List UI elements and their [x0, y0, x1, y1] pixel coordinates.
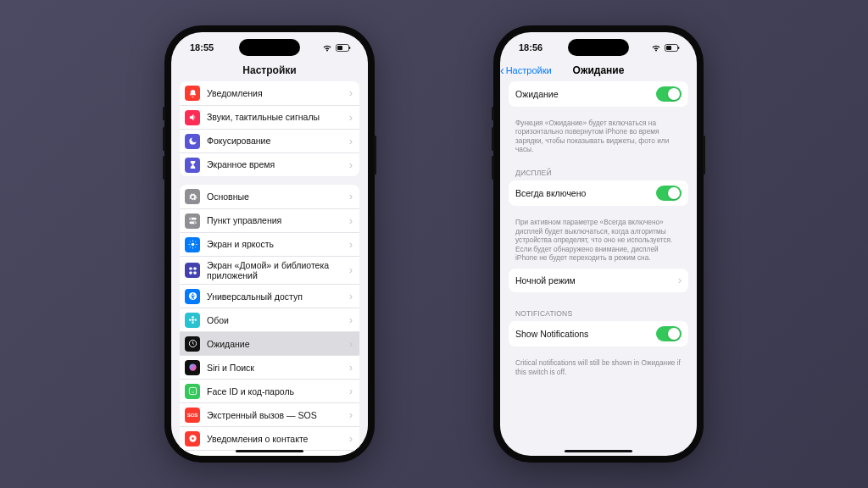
settings-group: Show Notifications: [509, 321, 688, 347]
nav-bar: ‹ Настройки Ожидание: [500, 63, 697, 81]
row-label: Всегда включено: [515, 188, 649, 198]
battery-icon: [665, 44, 680, 52]
chevron-right-icon: ›: [349, 362, 353, 374]
back-label: Настройки: [506, 65, 552, 75]
section-header: ДИСПЛЕЙ: [509, 160, 688, 180]
svg-point-23: [192, 316, 194, 319]
settings-group: Ночной режим›: [509, 269, 688, 292]
settings-row-sos[interactable]: SOSЭкстренный вызов — SOS›: [180, 402, 359, 426]
mute-switch: [163, 107, 165, 120]
row-label: Уведомления: [207, 88, 342, 98]
bell-icon: [185, 86, 200, 101]
row-label: Пункт управления: [207, 215, 342, 225]
chevron-right-icon: ›: [349, 215, 353, 227]
settings-row[interactable]: Всегда включено: [509, 180, 688, 206]
row-label: Siri и Поиск: [207, 363, 342, 373]
toggle-switch[interactable]: [656, 326, 682, 341]
settings-row[interactable]: Ожидание: [509, 81, 688, 107]
hourglass-icon: [185, 158, 200, 173]
row-label: Show Notifications: [515, 329, 649, 339]
phone-left: 18:55 Настройки Уведомления›Звуки, такти…: [164, 25, 375, 463]
svg-line-12: [189, 241, 190, 242]
settings-group: Основные›Пункт управления›Экран и яркост…: [180, 185, 359, 456]
contact-icon: [185, 431, 200, 446]
svg-point-22: [192, 319, 194, 321]
power-button: [703, 136, 705, 175]
faceid-icon: [185, 384, 200, 399]
row-label: Фокусирование: [207, 136, 342, 146]
chevron-right-icon: ›: [349, 409, 353, 421]
row-label: Основные: [207, 191, 342, 202]
settings-row-siri[interactable]: Siri и Поиск›: [180, 355, 359, 379]
svg-point-26: [194, 319, 197, 321]
settings-row-bell[interactable]: Уведомления›: [180, 81, 359, 105]
svg-rect-38: [678, 47, 679, 49]
chevron-right-icon: ›: [349, 191, 353, 202]
svg-point-30: [191, 390, 192, 391]
volume-up: [163, 127, 165, 151]
gear-icon: [185, 189, 200, 204]
phone-right: 18:56 ‹ Настройки Ожидание ОжиданиеФункц…: [493, 25, 704, 463]
settings-row-faceid[interactable]: Face ID и код-пароль›: [180, 379, 359, 402]
svg-point-4: [190, 218, 192, 219]
clock: 18:56: [519, 42, 542, 53]
svg-line-15: [195, 241, 196, 242]
svg-line-13: [195, 247, 196, 247]
row-label: Экранное время: [207, 159, 342, 169]
settings-group: Всегда включено: [509, 180, 688, 206]
svg-rect-19: [193, 271, 196, 274]
settings-row-grid[interactable]: Экран «Домой» и библиотека приложений›: [180, 256, 359, 284]
toggle-switch[interactable]: [656, 86, 682, 102]
status-icons: [322, 44, 351, 52]
chevron-left-icon: ‹: [500, 64, 504, 76]
row-label: Экран и яркость: [207, 239, 342, 249]
section-footer: При активном параметре «Всегда включено»…: [509, 214, 688, 269]
svg-line-14: [189, 247, 190, 247]
screen-standby: 18:56 ‹ Настройки Ожидание ОжиданиеФункц…: [500, 32, 697, 456]
settings-row-access[interactable]: Универсальный доступ›: [180, 284, 359, 308]
home-indicator: [236, 450, 303, 452]
settings-row-contact[interactable]: Уведомления о контакте›: [180, 426, 359, 450]
row-label: Экран «Домой» и библиотека приложений: [207, 260, 342, 280]
settings-row[interactable]: Show Notifications: [509, 321, 688, 347]
svg-rect-37: [666, 46, 671, 50]
row-label: Ожидание: [207, 339, 342, 349]
battery-icon: [336, 44, 351, 52]
settings-row[interactable]: Ночной режим›: [509, 269, 688, 292]
dynamic-island: [239, 39, 300, 56]
row-label: Face ID и код-пароль: [207, 386, 342, 396]
settings-row-gear[interactable]: Основные›: [180, 185, 359, 208]
svg-rect-17: [193, 267, 196, 269]
status-icons: [651, 44, 680, 52]
settings-row-sound[interactable]: Звуки, тактильные сигналы›: [180, 105, 359, 129]
svg-point-25: [188, 319, 191, 321]
svg-point-21: [192, 293, 193, 295]
grid-icon: [185, 263, 200, 278]
settings-row-brightness[interactable]: Экран и яркость›: [180, 232, 359, 256]
svg-rect-29: [189, 388, 196, 395]
svg-point-24: [192, 321, 194, 324]
settings-row-moon[interactable]: Фокусирование›: [180, 129, 359, 152]
mute-switch: [492, 107, 494, 120]
chevron-right-icon: ›: [349, 264, 353, 276]
settings-row-hourglass[interactable]: Экранное время›: [180, 152, 359, 176]
settings-row-switches[interactable]: Пункт управления›: [180, 208, 359, 232]
settings-row-standby[interactable]: Ожидание›: [180, 331, 359, 355]
svg-point-7: [191, 243, 194, 247]
toggle-switch[interactable]: [656, 186, 682, 201]
brightness-icon: [185, 237, 200, 252]
switches-icon: [185, 214, 200, 229]
chevron-right-icon: ›: [349, 338, 353, 350]
section-header: NOTIFICATIONS: [509, 301, 688, 321]
svg-point-6: [193, 222, 195, 224]
settings-row-flower[interactable]: Обои›: [180, 308, 359, 331]
row-label: Ожидание: [515, 89, 649, 99]
power-button: [374, 136, 376, 175]
sound-icon: [185, 110, 200, 125]
svg-rect-18: [189, 271, 192, 274]
back-button[interactable]: ‹ Настройки: [500, 64, 552, 76]
chevron-right-icon: ›: [349, 433, 353, 445]
chevron-right-icon: ›: [349, 385, 353, 397]
row-label: Обои: [207, 315, 342, 325]
chevron-right-icon: ›: [349, 239, 353, 251]
